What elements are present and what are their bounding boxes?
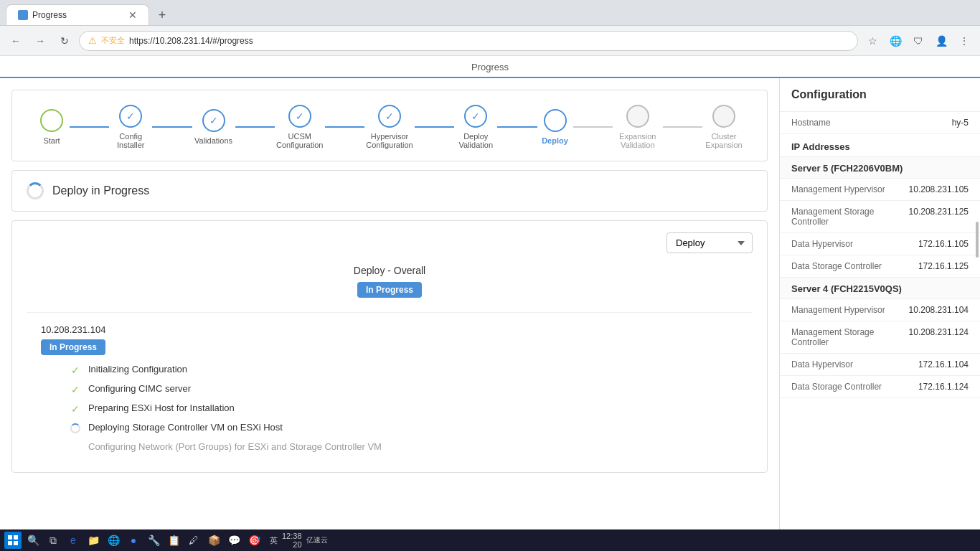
active-browser-tab[interactable]: Progress ✕ (6, 4, 149, 25)
taskbar-edge[interactable]: e (65, 532, 82, 549)
step-cluster-expansion: ClusterExpansion (702, 105, 745, 149)
step-circle-hypervisor: ✓ (378, 105, 401, 128)
server4-data-hypervisor-label: Data Hypervisor (791, 359, 853, 369)
task-text-2: Configuring CIMC server (88, 383, 191, 394)
taskbar-system-tray: 英 12:38 20 亿速云 (265, 532, 332, 549)
browser-tabs: Progress ✕ + (6, 0, 172, 25)
step-circle-start (40, 109, 63, 132)
taskbar-chrome[interactable]: ● (125, 532, 142, 549)
taskbar-app4[interactable]: 📦 (205, 532, 222, 549)
new-tab-button[interactable]: + (152, 5, 172, 25)
server5-data-storage-row: Data Storage Controller 172.16.1.125 (780, 255, 980, 278)
deploy-header: Deploy (27, 232, 753, 253)
connector-4 (325, 126, 364, 128)
server5-data-hypervisor-row: Data Hypervisor 172.16.1.105 (780, 233, 980, 255)
server5-data-storage-label: Data Storage Controller (791, 261, 882, 271)
forward-button[interactable]: → (30, 31, 50, 51)
sidebar-config-title: Configuration (780, 78, 980, 112)
connector-3 (235, 126, 275, 128)
server-header: 10.208.231.104 In Progress (41, 324, 753, 355)
browser-toolbar: ← → ↻ ⚠ 不安全 https://10.208.231.14/#/prog… (0, 26, 980, 56)
step-start: Start (34, 109, 70, 145)
shield-button[interactable]: 🛡 (908, 31, 928, 51)
server4-mgmt-hypervisor-value: 10.208.231.104 (909, 305, 969, 315)
ip-addresses-section: IP Addresses (780, 134, 980, 157)
task-item: Configuring Network (Port Groups) for ES… (70, 441, 753, 453)
server5-data-hypervisor-label: Data Hypervisor (791, 239, 853, 249)
tab-label: Progress (32, 10, 67, 20)
step-label-validations: Validations (194, 136, 232, 145)
page-title: Progress (471, 62, 509, 72)
progress-spinner (27, 182, 44, 199)
taskbar-app6[interactable]: 🎯 (245, 532, 263, 549)
taskbar-app3[interactable]: 🖊 (185, 532, 202, 549)
server4-mgmt-storage-row: Management Storage Controller 10.208.231… (780, 321, 980, 354)
start-button[interactable] (4, 532, 22, 549)
step-label-deploy: Deploy (542, 136, 568, 145)
step-label-cluster-expansion: ClusterExpansion (705, 132, 742, 149)
server5-mgmt-storage-value: 10.208.231.125 (909, 207, 969, 227)
task-text-3: Preparing ESXi Host for Installation (88, 402, 235, 413)
taskbar-clock: 12:38 20 (282, 532, 302, 549)
menu-button[interactable]: ⋮ (954, 31, 974, 51)
step-circle-deploy (544, 109, 567, 132)
step-expansion-validation: ExpansionValidation (613, 105, 663, 149)
stepper-panel: Start ✓ ConfigInstaller ✓ Validations (11, 90, 768, 161)
step-circle-expansion-validation (626, 105, 649, 128)
hostname-value: hy-5 (952, 118, 969, 128)
taskbar-task-view[interactable]: ⧉ (44, 532, 62, 549)
taskbar-app1[interactable]: 🔧 (145, 532, 162, 549)
task-check-icon-1: ✓ (70, 364, 81, 376)
taskbar-search[interactable]: 🔍 (24, 532, 42, 549)
taskbar-app2[interactable]: 📋 (165, 532, 182, 549)
extension-button[interactable]: 🌐 (885, 31, 905, 51)
address-bar[interactable]: ⚠ 不安全 https://10.208.231.14/#/progress (79, 31, 858, 51)
server-section: 10.208.231.104 In Progress ✓ Initializin… (27, 312, 753, 453)
step-label-config-installer: ConfigInstaller (117, 132, 145, 149)
task-text-1: Initializing Configuration (88, 364, 187, 375)
svg-rect-2 (8, 541, 12, 545)
step-hypervisor: ✓ HypervisorConfiguration (364, 105, 415, 149)
server4-data-hypervisor-row: Data Hypervisor 172.16.1.104 (780, 354, 980, 376)
deploy-panel: Deploy Deploy - Overall In Progress 10.2… (11, 220, 768, 473)
taskbar-date-text: 20 (282, 540, 302, 549)
page-content: Progress Start ✓ ConfigInstaller (0, 56, 980, 529)
task-item: ✓ Preparing ESXi Host for Installation (70, 402, 753, 415)
task-check-icon-2: ✓ (70, 384, 81, 395)
taskbar-explorer[interactable]: 📁 (85, 532, 102, 549)
toolbar-icons: ☆ 🌐 🛡 👤 ⋮ (862, 31, 974, 51)
task-in-progress-spinner (70, 423, 80, 433)
step-circle-deploy-validation: ✓ (464, 105, 487, 128)
connector-1 (70, 126, 109, 128)
server5-data-storage-value: 172.16.1.125 (918, 261, 969, 271)
bookmark-button[interactable]: ☆ (862, 31, 882, 51)
deploy-dropdown[interactable]: Deploy (666, 232, 753, 253)
left-content: Start ✓ ConfigInstaller ✓ Validations (0, 78, 779, 529)
server5-mgmt-hypervisor-row: Management Hypervisor 10.208.231.105 (780, 179, 980, 201)
step-circle-ucsm: ✓ (288, 105, 311, 128)
server4-data-hypervisor-value: 172.16.1.104 (918, 359, 969, 369)
task-pending-icon-5 (70, 442, 81, 453)
task-text-5: Configuring Network (Port Groups) for ES… (88, 441, 382, 452)
server4-data-storage-label: Data Storage Controller (791, 382, 882, 392)
server-ip: 10.208.231.104 (41, 324, 105, 335)
profile-button[interactable]: 👤 (931, 31, 951, 51)
deploy-overall: Deploy - Overall In Progress (27, 265, 753, 298)
server4-mgmt-storage-value: 10.208.231.124 (909, 327, 969, 347)
step-label-expansion-validation: ExpansionValidation (619, 132, 656, 149)
tab-close-button[interactable]: ✕ (128, 9, 137, 21)
step-validations: ✓ Validations (192, 109, 235, 145)
taskbar-ie[interactable]: 🌐 (105, 532, 122, 549)
task-item: ✓ Initializing Configuration (70, 364, 753, 376)
step-deploy: Deploy (537, 109, 573, 145)
step-circle-cluster-expansion (712, 105, 735, 128)
step-deploy-validation: ✓ DeployValidation (454, 105, 497, 149)
task-spinner-icon-4 (70, 423, 81, 434)
stepper-row: Start ✓ ConfigInstaller ✓ Validations (34, 105, 745, 149)
reload-button[interactable]: ↻ (55, 31, 75, 51)
connector-7 (573, 126, 613, 128)
back-button[interactable]: ← (6, 31, 26, 51)
server4-data-storage-row: Data Storage Controller 172.16.1.124 (780, 376, 980, 398)
task-item: Deploying Storage Controller VM on ESXi … (70, 422, 753, 434)
taskbar-app5[interactable]: 💬 (225, 532, 242, 549)
